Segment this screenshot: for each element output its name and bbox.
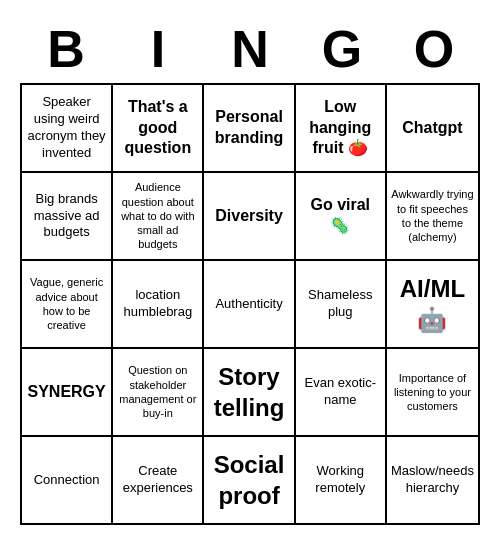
bingo-cell-r1c0: Big brands massive ad budgets [22, 173, 113, 261]
bingo-cell-r0c4: Chatgpt [387, 85, 480, 173]
bingo-cell-r4c0: Connection [22, 437, 113, 525]
title-b: B [22, 19, 110, 79]
title-i: I [114, 19, 202, 79]
title-o: O [390, 19, 478, 79]
bingo-cell-r3c1: Question on stakeholder management or bu… [113, 349, 204, 437]
bingo-cell-r2c2: Authenticity [204, 261, 295, 349]
bingo-cell-r2c1: location humblebrag [113, 261, 204, 349]
bingo-cell-r3c3: Evan exotic-name [296, 349, 387, 437]
bingo-cell-r4c1: Create experiences [113, 437, 204, 525]
title-n: N [206, 19, 294, 79]
bingo-cell-r3c4: Importance of listening to your customer… [387, 349, 480, 437]
bingo-title: B I N G O [20, 19, 480, 79]
title-g: G [298, 19, 386, 79]
bingo-cell-r0c0: Speaker using weird acronym they invente… [22, 85, 113, 173]
bingo-cell-r4c4: Maslow/needs hierarchy [387, 437, 480, 525]
bingo-cell-r0c1: That's a good question [113, 85, 204, 173]
bingo-cell-r1c2: Diversity [204, 173, 295, 261]
bingo-cell-r4c3: Working remotely [296, 437, 387, 525]
bingo-cell-r1c4: Awkwardly trying to fit speeches to the … [387, 173, 480, 261]
bingo-cell-r0c2: Personal branding [204, 85, 295, 173]
bingo-grid: Speaker using weird acronym they invente… [20, 83, 480, 525]
bingo-cell-r1c3: Go viral 🦠 [296, 173, 387, 261]
bingo-cell-r3c0: SYNERGY [22, 349, 113, 437]
bingo-cell-r1c1: Audience question about what to do with … [113, 173, 204, 261]
bingo-cell-r4c2: Social proof [204, 437, 295, 525]
bingo-cell-r3c2: Story telling [204, 349, 295, 437]
bingo-cell-r0c3: Low hanging fruit 🍅 [296, 85, 387, 173]
bingo-cell-r2c4: AI/ML 🤖 [387, 261, 480, 349]
bingo-cell-r2c0: Vague, generic advice about how to be cr… [22, 261, 113, 349]
bingo-cell-r2c3: Shameless plug [296, 261, 387, 349]
bingo-card: B I N G O Speaker using weird acronym th… [10, 9, 490, 535]
